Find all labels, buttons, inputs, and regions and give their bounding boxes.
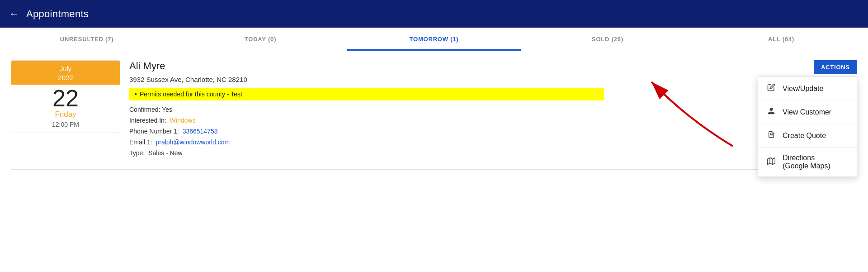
svg-marker-2 xyxy=(768,157,775,164)
type-label: Type: xyxy=(129,149,145,157)
tab-tomorrow[interactable]: TOMORROW (1) xyxy=(347,28,521,51)
note-text: Permits needed for this county - Test xyxy=(140,91,242,98)
email-label: Email 1: xyxy=(129,138,152,146)
app-header: ← Appointments xyxy=(0,0,868,28)
phone-link[interactable]: 3366514758 xyxy=(183,128,218,135)
appointment-card: July2022 22 Friday 12:00 PM Ali Myre 393… xyxy=(11,60,857,160)
calendar-widget: July2022 22 Friday 12:00 PM xyxy=(11,60,120,133)
appointment-note: • Permits needed for this county - Test xyxy=(129,88,604,100)
menu-item-directions-label: Directions (Google Maps) xyxy=(783,154,830,170)
map-icon xyxy=(766,157,776,167)
tabs-bar: UNRESULTED (7) TODAY (0) TOMORROW (1) SO… xyxy=(0,28,868,51)
email-field: Email 1: pralph@windowworld.com xyxy=(129,138,857,146)
menu-item-view-update[interactable]: View/Update xyxy=(758,77,857,100)
phone-label: Phone Number 1: xyxy=(129,128,179,135)
tab-sold[interactable]: SOLD (26) xyxy=(521,28,694,51)
calendar-day-name: Friday xyxy=(11,110,120,119)
interested-value: Windows xyxy=(170,117,196,124)
menu-item-create-quote[interactable]: Create Quote xyxy=(758,124,857,148)
customer-address: 3932 Sussex Ave, Charlotte, NC 28210 xyxy=(129,76,857,83)
menu-item-view-update-label: View/Update xyxy=(783,85,823,93)
bottom-divider xyxy=(11,169,857,170)
tab-unresulted[interactable]: UNRESULTED (7) xyxy=(0,28,174,51)
tab-today[interactable]: TODAY (0) xyxy=(174,28,347,51)
interested-field: Interested In: Windows xyxy=(129,117,857,124)
menu-item-view-customer[interactable]: View Customer xyxy=(758,100,857,124)
calendar-month-year: July2022 xyxy=(11,61,120,85)
type-value: Sales - New xyxy=(148,149,182,157)
back-icon[interactable]: ← xyxy=(9,8,19,20)
page-title: Appointments xyxy=(26,8,89,20)
content-area: July2022 22 Friday 12:00 PM Ali Myre 393… xyxy=(0,51,868,272)
phone-field: Phone Number 1: 3366514758 xyxy=(129,128,857,135)
confirmed-field: Confirmed: Yes xyxy=(129,106,857,113)
edit-icon xyxy=(766,83,776,94)
tab-all[interactable]: ALL (64) xyxy=(694,28,868,51)
person-icon xyxy=(766,107,776,117)
calendar-day-number: 22 xyxy=(11,85,120,110)
actions-dropdown: View/Update View Customer xyxy=(758,76,857,177)
email-link[interactable]: pralph@windowworld.com xyxy=(156,138,230,146)
calendar-time: 12:00 PM xyxy=(11,119,120,133)
appointment-details: Ali Myre 3932 Sussex Ave, Charlotte, NC … xyxy=(129,60,857,160)
actions-button[interactable]: ACTIONS xyxy=(814,60,857,74)
file-icon xyxy=(766,130,776,141)
menu-item-view-customer-label: View Customer xyxy=(783,108,831,116)
menu-item-directions[interactable]: Directions (Google Maps) xyxy=(758,148,857,177)
menu-item-create-quote-label: Create Quote xyxy=(783,132,826,140)
confirmed-text: Confirmed: Yes xyxy=(129,106,172,113)
customer-name: Ali Myre xyxy=(129,60,857,72)
type-field: Type: Sales - New xyxy=(129,149,857,157)
bullet-icon: • xyxy=(135,91,137,98)
interested-label: Interested In: xyxy=(129,117,166,124)
